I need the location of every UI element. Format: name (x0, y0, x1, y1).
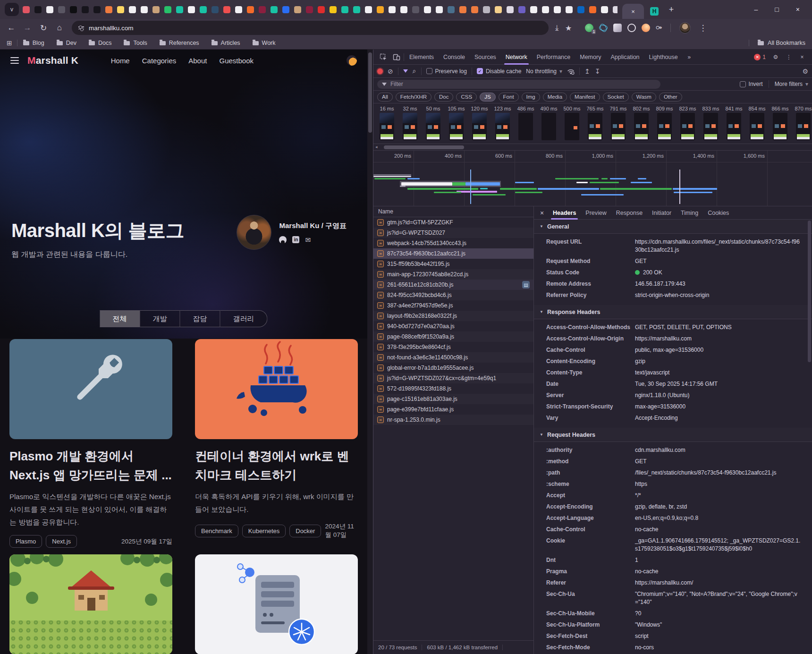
filmstrip-frame[interactable]: 765 ms (584, 104, 607, 144)
filmstrip-frame[interactable]: 500 ms (560, 104, 584, 144)
post-thumbnail[interactable] (195, 339, 358, 439)
pinned-tab-favicon[interactable] (483, 6, 490, 13)
frame-screenshot[interactable] (449, 113, 464, 140)
pinned-tab-favicon[interactable] (436, 6, 443, 13)
filmstrip-frame[interactable]: 870 ms (792, 104, 812, 144)
pinned-tab-favicon[interactable] (424, 6, 431, 13)
scrollbar-thumb[interactable] (384, 145, 464, 149)
devtools-tab[interactable]: Elements (405, 50, 438, 65)
filmstrip-frame[interactable]: 791 ms (607, 104, 630, 144)
tab-search-button[interactable]: v (5, 3, 19, 16)
request-row[interactable]: ‹› 87c73c54-f9630bc12aafcc21.js ▤ (373, 248, 533, 259)
theme-toggle-icon[interactable] (347, 55, 357, 66)
filter-funnel-icon[interactable] (403, 69, 408, 73)
nav-link[interactable]: Categories (142, 57, 177, 65)
request-row[interactable]: ‹› page-e399e7bfd11cfaae.js ▤ (373, 404, 533, 415)
post-thumbnail[interactable] (195, 554, 358, 654)
filmstrip-frame[interactable]: 490 ms (537, 104, 560, 144)
home-icon[interactable]: ⌂ (53, 21, 66, 34)
frame-screenshot[interactable] (773, 113, 787, 140)
filmstrip-frame[interactable]: 866 ms (769, 104, 792, 144)
detail-tab[interactable]: Timing (676, 206, 703, 220)
request-row[interactable]: ‹› js?id=G-WPZTSDZ027 ▤ (373, 228, 533, 238)
devtools-tab[interactable]: Lighthouse (645, 50, 682, 65)
bookmark-folder[interactable]: Tools (124, 40, 147, 46)
request-row[interactable]: ‹› main-app-17230745ab8e22cd.js ▤ (373, 269, 533, 280)
tab-h[interactable]: H (644, 4, 665, 19)
post-title[interactable]: 컨테이너 환경에서 wrk로 벤치마크 테스트하기 (195, 447, 358, 484)
network-conditions-icon[interactable] (567, 68, 575, 75)
nav-link[interactable]: Guestbook (219, 57, 254, 65)
pinned-tab-favicon[interactable] (294, 6, 301, 13)
pinned-tab-favicon[interactable] (23, 6, 30, 13)
request-type-chip[interactable]: Media (543, 93, 567, 102)
frame-screenshot[interactable] (727, 113, 741, 140)
pinned-tab-favicon[interactable] (271, 6, 278, 13)
invert-checkbox[interactable]: Invert (740, 81, 763, 87)
react-devtools-icon[interactable] (599, 24, 608, 32)
active-tab[interactable]: × (622, 4, 644, 19)
disable-cache-checkbox[interactable]: ✓Disable cache (477, 68, 521, 75)
browser-menu-icon[interactable]: ⋮ (696, 21, 710, 34)
inspect-element-icon[interactable] (377, 51, 389, 63)
section-header[interactable]: ▼ General (534, 220, 812, 234)
pinned-tab-favicon[interactable] (223, 6, 230, 13)
frame-screenshot[interactable] (657, 113, 672, 140)
post-tag[interactable]: Kubernetes (242, 525, 286, 537)
export-har-icon[interactable]: ↧ (595, 68, 601, 75)
install-icon[interactable]: ⤓ (555, 24, 558, 32)
frame-screenshot[interactable] (541, 113, 556, 140)
pinned-tab-favicon[interactable] (589, 6, 596, 13)
pinned-tab-favicon[interactable] (129, 6, 136, 13)
filmstrip-frame[interactable]: 32 ms (398, 104, 422, 144)
pinned-tab-favicon[interactable] (235, 6, 242, 13)
pinned-tab-favicon[interactable] (46, 6, 53, 13)
pinned-tab-favicon[interactable] (247, 6, 254, 13)
back-icon[interactable]: ← (5, 21, 18, 34)
pinned-tab-favicon[interactable] (188, 6, 195, 13)
pinned-tab-favicon[interactable] (495, 6, 502, 13)
detail-tab[interactable]: Preview (581, 206, 611, 220)
pinned-tab-favicon[interactable] (200, 6, 207, 13)
request-row[interactable]: ‹› 315-ff59b53b4e42f195.js ▤ (373, 259, 533, 269)
pinned-tab-favicon[interactable] (459, 6, 466, 13)
nav-link[interactable]: Home (111, 57, 130, 65)
request-type-chip[interactable]: CSS (456, 93, 477, 102)
filmstrip-frame[interactable]: 50 ms (422, 104, 445, 144)
devtools-tab[interactable]: Console (439, 50, 469, 65)
frame-screenshot[interactable] (495, 113, 510, 140)
devtools-menu-icon[interactable]: ⋮ (783, 51, 795, 63)
orange-extension-icon[interactable] (642, 24, 650, 32)
devtools-tab[interactable]: Memory (575, 50, 605, 65)
request-type-chip[interactable]: Other (659, 93, 682, 102)
frame-screenshot[interactable] (426, 113, 440, 140)
pinned-tab-favicon[interactable] (412, 6, 419, 13)
minimize-button[interactable]: – (754, 6, 758, 13)
filmstrip-frame[interactable]: 486 ms (514, 104, 537, 144)
devtools-close-icon[interactable]: × (796, 51, 808, 63)
pinned-tab-favicon[interactable] (542, 6, 549, 13)
pinned-tab-favicon[interactable] (141, 6, 148, 13)
network-filter-input[interactable]: Filter (377, 80, 660, 89)
pinned-tab-favicon[interactable] (377, 6, 384, 13)
profile-avatar[interactable] (679, 22, 691, 34)
filmstrip-scrollbar[interactable]: ◂ (373, 144, 812, 151)
devtools-tab[interactable]: Application (606, 50, 643, 65)
pinned-tab-favicon[interactable] (353, 6, 360, 13)
filmstrip-frame[interactable]: 105 ms (445, 104, 468, 144)
device-toolbar-icon[interactable] (390, 51, 403, 63)
name-column-header[interactable]: Name (373, 206, 533, 217)
request-row[interactable]: ‹› gtm.js?id=GTM-5PZZGKF ▤ (373, 217, 533, 228)
apps-grid-icon[interactable]: ⊞ (7, 39, 12, 47)
oval-extension-icon[interactable] (627, 24, 636, 32)
pinned-tab-favicon[interactable] (471, 6, 478, 13)
devtools-tab[interactable]: Sources (470, 50, 500, 65)
reload-icon[interactable]: ↻ (37, 21, 50, 34)
request-row[interactable]: ‹› 378-f3e295bc9e8604cf.js ▤ (373, 342, 533, 352)
pinned-tab-favicon[interactable] (448, 6, 455, 13)
frame-screenshot[interactable] (380, 113, 394, 140)
filmstrip-frame[interactable]: 854 ms (745, 104, 769, 144)
request-row[interactable]: ‹› 940-b0d727d7e0a270aa.js ▤ (373, 321, 533, 331)
close-tab-icon[interactable]: × (631, 8, 635, 15)
detail-tab[interactable]: Cookies (703, 206, 734, 220)
